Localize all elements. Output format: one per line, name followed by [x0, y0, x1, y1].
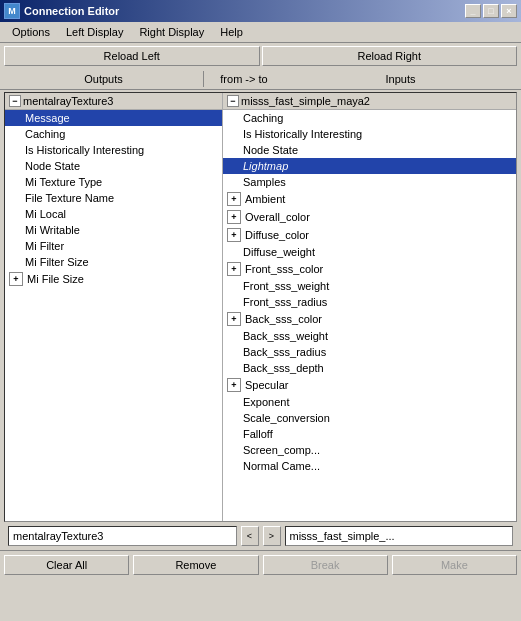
right-item-ambient[interactable]: + Ambient	[223, 190, 516, 208]
right-item-front-sss-color[interactable]: + Front_sss_color	[223, 260, 516, 278]
left-item-mi-texture-type[interactable]: Mi Texture Type	[5, 174, 222, 190]
right-item-back-sss-radius[interactable]: Back_sss_radius	[223, 344, 516, 360]
menu-bar: Options Left Display Right Display Help	[0, 22, 521, 43]
toolbar: Reload Left Reload Right	[0, 43, 521, 69]
make-button[interactable]: Make	[392, 555, 517, 575]
menu-left-display[interactable]: Left Display	[58, 24, 131, 40]
left-item-file-texture[interactable]: File Texture Name	[5, 190, 222, 206]
left-item-caching[interactable]: Caching	[5, 126, 222, 142]
remove-button[interactable]: Remove	[133, 555, 258, 575]
left-status-field: mentalrayTexture3	[8, 526, 237, 546]
from-to-header: from -> to	[204, 71, 284, 87]
left-status-value: mentalrayTexture3	[13, 530, 104, 542]
menu-options[interactable]: Options	[4, 24, 58, 40]
plus-icon-ambient: +	[227, 192, 241, 206]
left-expand-button[interactable]: −	[9, 95, 21, 107]
plus-icon-front-sss: +	[227, 262, 241, 276]
right-item-historically[interactable]: Is Historically Interesting	[223, 126, 516, 142]
right-item-screen-comp[interactable]: Screen_comp...	[223, 442, 516, 458]
clear-all-button[interactable]: Clear All	[4, 555, 129, 575]
title-bar-left: M Connection Editor	[4, 3, 119, 19]
break-button[interactable]: Break	[263, 555, 388, 575]
right-item-scale-conversion[interactable]: Scale_conversion	[223, 410, 516, 426]
right-item-samples[interactable]: Samples	[223, 174, 516, 190]
plus-icon-overall: +	[227, 210, 241, 224]
left-item-mi-writable[interactable]: Mi Writable	[5, 222, 222, 238]
right-section-header: − misss_fast_simple_maya2	[223, 93, 516, 110]
right-status-field: misss_fast_simple_...	[285, 526, 514, 546]
right-item-front-sss-weight[interactable]: Front_sss_weight	[223, 278, 516, 294]
main-content: − mentalrayTexture3 Message Caching Is H…	[4, 92, 517, 522]
minimize-button[interactable]: _	[465, 4, 481, 18]
right-item-back-sss-weight[interactable]: Back_sss_weight	[223, 328, 516, 344]
title-buttons[interactable]: _ □ ×	[465, 4, 517, 18]
status-bar: mentalrayTexture3 < > misss_fast_simple_…	[4, 524, 517, 548]
left-panel: − mentalrayTexture3 Message Caching Is H…	[5, 93, 223, 521]
right-item-diffuse-color[interactable]: + Diffuse_color	[223, 226, 516, 244]
left-item-historically[interactable]: Is Historically Interesting	[5, 142, 222, 158]
right-item-diffuse-weight[interactable]: Diffuse_weight	[223, 244, 516, 260]
title-bar: M Connection Editor _ □ ×	[0, 0, 521, 22]
left-item-node-state[interactable]: Node State	[5, 158, 222, 174]
left-item-mi-filter-size[interactable]: Mi Filter Size	[5, 254, 222, 270]
plus-icon-left: +	[9, 272, 23, 286]
left-item-message[interactable]: Message	[5, 110, 222, 126]
right-item-lightmap[interactable]: Lightmap	[223, 158, 516, 174]
right-section-title: misss_fast_simple_maya2	[241, 95, 370, 107]
column-headers: Outputs from -> to Inputs	[0, 69, 521, 90]
reload-left-button[interactable]: Reload Left	[4, 46, 260, 66]
right-item-specular[interactable]: + Specular	[223, 376, 516, 394]
menu-help[interactable]: Help	[212, 24, 251, 40]
right-panel: − misss_fast_simple_maya2 Caching Is His…	[223, 93, 516, 521]
left-item-mi-filter[interactable]: Mi Filter	[5, 238, 222, 254]
left-item-mi-local[interactable]: Mi Local	[5, 206, 222, 222]
right-expand-button[interactable]: −	[227, 95, 239, 107]
right-item-caching[interactable]: Caching	[223, 110, 516, 126]
reload-right-button[interactable]: Reload Right	[262, 46, 518, 66]
inputs-header: Inputs	[284, 71, 517, 87]
left-section-title: mentalrayTexture3	[23, 95, 114, 107]
window-title: Connection Editor	[24, 5, 119, 17]
bottom-bar: Clear All Remove Break Make	[0, 550, 521, 579]
maximize-button[interactable]: □	[483, 4, 499, 18]
right-item-back-sss-depth[interactable]: Back_sss_depth	[223, 360, 516, 376]
outputs-header: Outputs	[4, 71, 204, 87]
left-item-mi-file-size[interactable]: + Mi File Size	[5, 270, 222, 288]
right-item-falloff[interactable]: Falloff	[223, 426, 516, 442]
right-status-value: misss_fast_simple_...	[290, 530, 395, 542]
right-item-exponent[interactable]: Exponent	[223, 394, 516, 410]
right-item-back-sss-color[interactable]: + Back_sss_color	[223, 310, 516, 328]
left-item-mi-file-size-label: Mi File Size	[27, 273, 84, 285]
nav-next-button[interactable]: >	[263, 526, 281, 546]
close-button[interactable]: ×	[501, 4, 517, 18]
app-icon: M	[4, 3, 20, 19]
right-item-overall-color[interactable]: + Overall_color	[223, 208, 516, 226]
nav-prev-button[interactable]: <	[241, 526, 259, 546]
right-item-node-state[interactable]: Node State	[223, 142, 516, 158]
plus-icon-diffuse: +	[227, 228, 241, 242]
menu-right-display[interactable]: Right Display	[131, 24, 212, 40]
right-item-front-sss-radius[interactable]: Front_sss_radius	[223, 294, 516, 310]
plus-icon-specular: +	[227, 378, 241, 392]
plus-icon-back-sss: +	[227, 312, 241, 326]
right-item-normal-came[interactable]: Normal Came...	[223, 458, 516, 474]
left-section-header: − mentalrayTexture3	[5, 93, 222, 110]
